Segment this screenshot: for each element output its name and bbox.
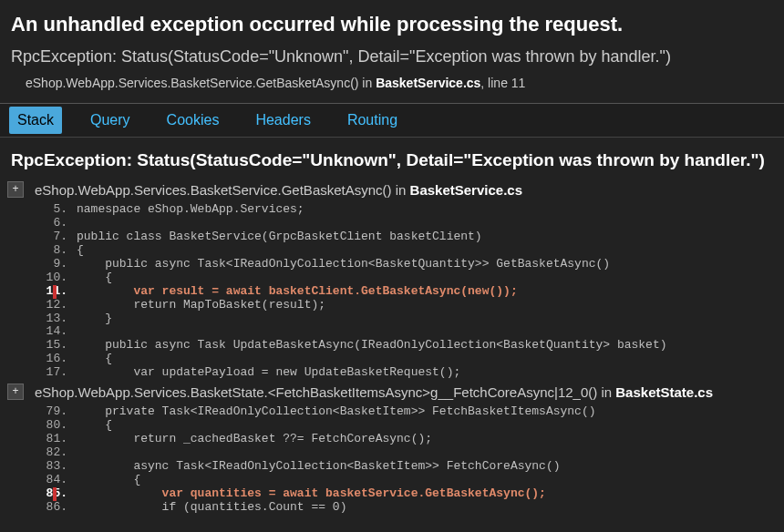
- code-text: namespace eShop.WebApp.Services;: [77, 203, 777, 217]
- code-line: 6.: [33, 217, 777, 230]
- code-line: 17. var updatePayload = new UpdateBasket…: [33, 366, 777, 380]
- line-number: 79.: [33, 405, 77, 419]
- tabs-bar: Stack Query Cookies Headers Routing: [0, 103, 784, 138]
- code-line: 79. private Task<IReadOnlyCollection<Bas…: [33, 405, 777, 419]
- code-text: if (quantities.Count == 0): [77, 501, 777, 515]
- line-number: 85.: [33, 487, 77, 501]
- frame-file: BasketService.cs: [410, 182, 522, 198]
- frame-method: eShop.WebApp.Services.BasketService.GetB…: [31, 182, 522, 198]
- code-line: 84. {: [33, 474, 777, 487]
- code-block: 79. private Task<IReadOnlyCollection<Bas…: [7, 405, 777, 515]
- top-frame-line: , line 11: [480, 76, 525, 90]
- line-number: 5.: [33, 203, 77, 217]
- page-title: An unhandled exception occurred while pr…: [0, 0, 784, 44]
- line-number: 17.: [33, 366, 77, 380]
- code-line: 5.namespace eShop.WebApp.Services;: [33, 203, 777, 217]
- code-line: 16. {: [33, 353, 777, 366]
- code-text: async Task<IReadOnlyCollection<BasketIte…: [77, 460, 777, 474]
- exception-summary: RpcException: Status(StatusCode="Unknown…: [0, 44, 784, 76]
- code-text: var result = await basketClient.GetBaske…: [77, 285, 777, 299]
- line-number: 12.: [33, 299, 77, 312]
- line-number: 15.: [33, 339, 77, 353]
- code-line: 10. {: [33, 271, 777, 285]
- code-text: {: [77, 244, 777, 258]
- line-number: 86.: [33, 501, 77, 515]
- stack-heading: RpcException: Status(StatusCode="Unknown…: [7, 150, 777, 178]
- code-text: private Task<IReadOnlyCollection<BasketI…: [77, 405, 777, 419]
- line-number: 9.: [33, 258, 77, 271]
- code-block: 5.namespace eShop.WebApp.Services; 6. 7.…: [7, 203, 777, 380]
- code-text: }: [77, 312, 777, 326]
- line-number: 8.: [33, 244, 77, 258]
- code-text: return MapToBasket(result);: [77, 299, 777, 312]
- line-number: 16.: [33, 353, 77, 366]
- code-text: {: [77, 271, 777, 285]
- line-number: 84.: [33, 474, 77, 487]
- code-line: 12. return MapToBasket(result);: [33, 299, 777, 312]
- line-number: 14.: [33, 325, 77, 339]
- stack-frame-header[interactable]: + eShop.WebApp.Services.BasketService.Ge…: [7, 178, 777, 203]
- code-text: {: [77, 474, 777, 487]
- code-line: 8.{: [33, 244, 777, 258]
- line-number: 81.: [33, 433, 77, 446]
- tab-routing[interactable]: Routing: [339, 107, 406, 133]
- code-line: 83. async Task<IReadOnlyCollection<Baske…: [33, 460, 777, 474]
- stack-frame-header[interactable]: + eShop.WebApp.Services.BasketState.<Fet…: [7, 380, 777, 405]
- code-line: 82.: [33, 446, 777, 460]
- code-text: public async Task<IReadOnlyCollection<Ba…: [77, 258, 777, 271]
- code-line: 81. return _cachedBasket ??= FetchCoreAs…: [33, 433, 777, 446]
- line-number: 80.: [33, 419, 77, 433]
- line-number: 13.: [33, 312, 77, 326]
- code-text: {: [77, 419, 777, 433]
- code-text: {: [77, 353, 777, 366]
- top-frame-file: BasketService.cs: [376, 76, 480, 90]
- top-frame-summary: eShop.WebApp.Services.BasketService.GetB…: [0, 76, 784, 103]
- code-line-highlight: 85. var quantities = await basketService…: [33, 487, 777, 501]
- code-line: 14.: [33, 325, 777, 339]
- tab-stack[interactable]: Stack: [9, 107, 62, 133]
- code-text: return _cachedBasket ??= FetchCoreAsync(…: [77, 433, 777, 446]
- frame-method: eShop.WebApp.Services.BasketState.<Fetch…: [31, 384, 713, 400]
- tab-cookies[interactable]: Cookies: [159, 107, 228, 133]
- frame-method-text: eShop.WebApp.Services.BasketState.<Fetch…: [35, 384, 615, 400]
- line-number: 11.: [33, 285, 77, 299]
- line-number: 7.: [33, 230, 77, 244]
- top-frame-method: eShop.WebApp.Services.BasketService.GetB…: [26, 76, 376, 90]
- code-text: var quantities = await basketService.Get…: [77, 487, 777, 501]
- code-line: 86. if (quantities.Count == 0): [33, 501, 777, 515]
- expand-icon[interactable]: +: [7, 181, 24, 198]
- stack-frame: + eShop.WebApp.Services.BasketState.<Fet…: [7, 380, 777, 515]
- tab-query[interactable]: Query: [82, 107, 139, 133]
- line-number: 6.: [33, 217, 77, 230]
- code-line: 7.public class BasketService(GrpcBasketC…: [33, 230, 777, 244]
- code-line-highlight: 11. var result = await basketClient.GetB…: [33, 285, 777, 299]
- code-text: var updatePayload = new UpdateBasketRequ…: [77, 366, 777, 380]
- stack-panel: RpcException: Status(StatusCode="Unknown…: [0, 138, 784, 515]
- code-line: 80. {: [33, 419, 777, 433]
- code-text: public class BasketService(GrpcBasketCli…: [77, 230, 777, 244]
- line-number: 10.: [33, 271, 77, 285]
- code-line: 15. public async Task UpdateBasketAsync(…: [33, 339, 777, 353]
- frame-file: BasketState.cs: [615, 384, 713, 400]
- tab-headers[interactable]: Headers: [247, 107, 318, 133]
- code-text: public async Task UpdateBasketAsync(IRea…: [77, 339, 777, 353]
- line-number: 82.: [33, 446, 77, 460]
- frame-method-text: eShop.WebApp.Services.BasketService.GetB…: [35, 182, 410, 198]
- code-line: 9. public async Task<IReadOnlyCollection…: [33, 258, 777, 271]
- line-number: 83.: [33, 460, 77, 474]
- expand-icon[interactable]: +: [7, 384, 24, 400]
- stack-frame: + eShop.WebApp.Services.BasketService.Ge…: [7, 178, 777, 380]
- code-line: 13. }: [33, 312, 777, 326]
